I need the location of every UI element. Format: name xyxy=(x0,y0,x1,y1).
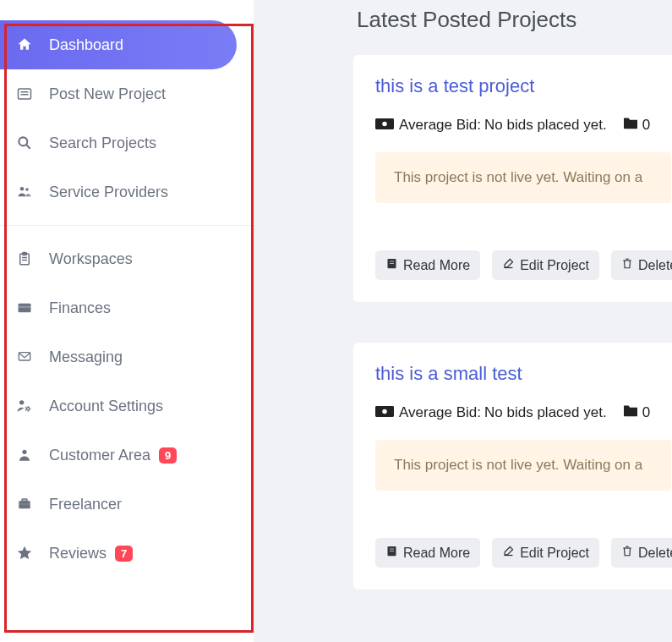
sidebar-item-label: Account Settings xyxy=(49,398,163,415)
main-content: Latest Posted Projects this is a test pr… xyxy=(270,0,672,630)
folder-count: 0 xyxy=(642,404,650,421)
sidebar-item-reviews[interactable]: Reviews 7 xyxy=(0,529,254,578)
svg-point-14 xyxy=(19,400,24,404)
svg-point-6 xyxy=(25,188,28,190)
project-title-link[interactable]: this is a small test xyxy=(375,363,522,385)
edit-project-button[interactable]: Edit Project xyxy=(492,250,599,280)
svg-point-3 xyxy=(19,137,27,145)
sidebar-item-service-providers[interactable]: Service Providers xyxy=(0,167,254,217)
sidebar: Dashboard Post New Project Search Projec… xyxy=(0,0,254,642)
money-icon xyxy=(375,117,394,134)
svg-rect-12 xyxy=(19,306,31,308)
button-label: Delete xyxy=(638,258,672,273)
project-title-link[interactable]: this is a test project xyxy=(375,75,534,97)
avg-bid-label: Average Bid: xyxy=(399,117,481,134)
sidebar-item-label: Finances xyxy=(49,299,111,317)
sidebar-item-label: Messaging xyxy=(49,348,123,366)
folder-icon xyxy=(622,403,639,421)
sidebar-item-freelancer[interactable]: Freelancer xyxy=(0,480,254,529)
sidebar-item-label: Dashboard xyxy=(49,36,123,54)
delete-button[interactable]: Delete xyxy=(611,538,672,568)
button-label: Delete xyxy=(638,546,672,561)
svg-point-26 xyxy=(382,409,387,414)
svg-point-21 xyxy=(382,121,387,126)
badge-reviews: 7 xyxy=(115,546,133,562)
sidebar-item-post-new-project[interactable]: Post New Project xyxy=(0,69,254,118)
sidebar-item-dashboard[interactable]: Dashboard xyxy=(0,20,237,69)
folder-count: 0 xyxy=(642,117,650,134)
project-actions: Read More Edit Project Delete xyxy=(375,538,671,568)
svg-rect-13 xyxy=(19,353,30,360)
svg-point-15 xyxy=(27,408,30,410)
read-more-button[interactable]: Read More xyxy=(375,538,480,568)
avg-bid-value: No bids placed yet. xyxy=(484,117,607,134)
sidebar-item-search-projects[interactable]: Search Projects xyxy=(0,118,254,167)
home-icon xyxy=(15,36,34,54)
button-label: Edit Project xyxy=(520,546,589,561)
edit-icon xyxy=(502,257,515,273)
project-notice: This project is not live yet. Waiting on… xyxy=(375,440,671,491)
delete-button[interactable]: Delete xyxy=(611,250,672,280)
read-more-button[interactable]: Read More xyxy=(375,250,480,280)
button-label: Read More xyxy=(403,546,470,561)
button-label: Edit Project xyxy=(520,258,589,273)
svg-point-5 xyxy=(20,187,25,191)
edit-project-button[interactable]: Edit Project xyxy=(492,538,599,568)
avg-bid-label: Average Bid: xyxy=(399,404,481,421)
sidebar-item-label: Freelancer xyxy=(49,496,122,513)
book-icon xyxy=(385,257,398,273)
project-card: this is a small test Average Bid: No bid… xyxy=(353,343,672,590)
star-icon xyxy=(15,544,34,562)
user-icon xyxy=(15,446,34,464)
page-title: Latest Posted Projects xyxy=(357,7,672,33)
sidebar-item-customer-area[interactable]: Customer Area 9 xyxy=(0,431,254,480)
sidebar-item-messaging[interactable]: Messaging xyxy=(0,332,254,381)
trash-icon xyxy=(621,257,633,273)
wallet-icon xyxy=(15,299,34,317)
sidebar-item-finances[interactable]: Finances xyxy=(0,283,254,332)
clipboard-icon xyxy=(15,250,34,268)
svg-rect-18 xyxy=(22,499,27,501)
book-icon xyxy=(385,545,398,561)
users-icon xyxy=(15,183,34,201)
sidebar-item-label: Service Providers xyxy=(49,184,168,201)
avg-bid-value: No bids placed yet. xyxy=(484,404,607,421)
sidebar-divider xyxy=(0,225,254,226)
money-icon xyxy=(375,404,394,421)
project-card: this is a test project Average Bid: No b… xyxy=(353,55,672,302)
folder-icon xyxy=(622,116,639,134)
svg-rect-17 xyxy=(19,501,30,508)
sidebar-item-label: Search Projects xyxy=(49,134,156,152)
form-icon xyxy=(15,85,34,103)
trash-icon xyxy=(621,545,633,561)
sidebar-item-workspaces[interactable]: Workspaces xyxy=(0,234,254,283)
svg-line-4 xyxy=(26,145,30,149)
sidebar-item-label: Workspaces xyxy=(49,250,133,268)
project-meta: Average Bid: No bids placed yet. 0 xyxy=(375,116,671,134)
project-meta: Average Bid: No bids placed yet. 0 xyxy=(375,403,671,421)
user-cog-icon xyxy=(15,397,34,415)
svg-rect-8 xyxy=(23,253,27,255)
project-notice: This project is not live yet. Waiting on… xyxy=(375,152,671,203)
envelope-icon xyxy=(15,348,34,366)
sidebar-item-label: Customer Area xyxy=(49,447,150,464)
search-icon xyxy=(15,134,34,152)
project-actions: Read More Edit Project Delete xyxy=(375,250,671,280)
sidebar-item-label: Post New Project xyxy=(49,85,166,103)
briefcase-icon xyxy=(15,495,34,513)
svg-point-16 xyxy=(22,450,26,454)
badge-customer-area: 9 xyxy=(159,447,177,464)
sidebar-item-account-settings[interactable]: Account Settings xyxy=(0,381,254,431)
sidebar-item-label: Reviews xyxy=(49,545,107,562)
button-label: Read More xyxy=(403,258,470,273)
edit-icon xyxy=(502,545,515,561)
